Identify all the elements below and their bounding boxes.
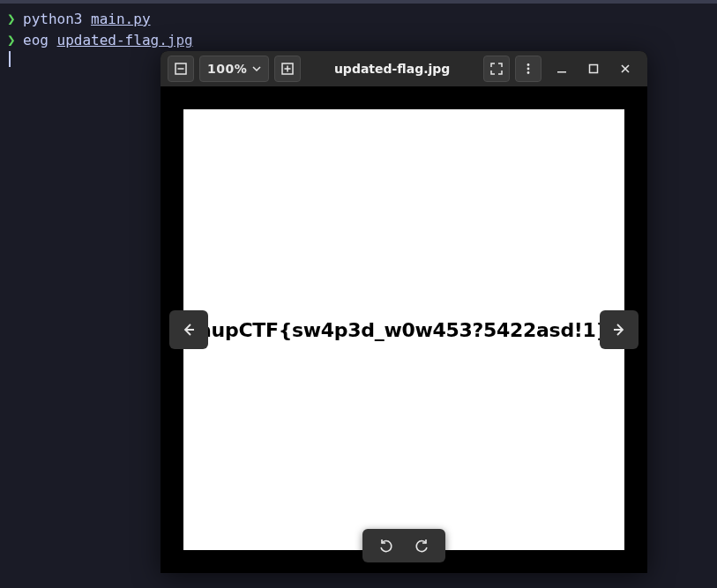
arrow-right-icon: [611, 322, 627, 338]
rotate-left-button[interactable]: [375, 534, 398, 557]
image-canvas: aupCTF{sw4p3d_w0w453?5422asd!1}: [183, 109, 624, 550]
window-title: updated-flag.jpg: [306, 62, 478, 76]
fullscreen-button[interactable]: [483, 56, 510, 82]
rotate-cw-icon: [414, 538, 429, 554]
minimize-button[interactable]: [547, 56, 577, 82]
terminal-line: ❯ eog updated-flag.jpg: [7, 30, 710, 51]
svg-rect-1: [178, 68, 184, 70]
arrow-left-icon: [181, 322, 197, 338]
zoom-in-button[interactable]: [274, 56, 301, 82]
command-name: python3: [23, 11, 82, 27]
previous-image-button[interactable]: [169, 310, 208, 349]
terminal-line: ❯ python3 main.py: [7, 9, 710, 30]
kebab-menu-icon: [522, 63, 534, 75]
zoom-out-button[interactable]: [168, 56, 194, 82]
minus-icon: [175, 63, 187, 75]
rotate-toolbar: [362, 529, 445, 562]
maximize-button[interactable]: [579, 56, 609, 82]
image-display-area[interactable]: aupCTF{sw4p3d_w0w453?5422asd!1}: [161, 86, 647, 573]
svg-rect-9: [590, 65, 598, 73]
plus-icon: [281, 63, 294, 75]
terminal-cursor: [9, 51, 11, 67]
close-button[interactable]: [610, 56, 640, 82]
svg-point-6: [527, 68, 530, 71]
rotate-right-button[interactable]: [410, 534, 433, 557]
command-name: eog: [23, 32, 49, 48]
zoom-level-text: 100%: [207, 62, 247, 76]
prompt-symbol: ❯: [7, 9, 23, 30]
maximize-icon: [588, 63, 599, 74]
fullscreen-icon: [490, 63, 503, 75]
menu-button[interactable]: [515, 56, 541, 82]
prompt-symbol: ❯: [7, 30, 23, 51]
svg-rect-8: [557, 71, 566, 73]
image-viewer-window: 100% updated-flag.jpg aupCTF{sw4p: [161, 51, 647, 573]
next-image-button[interactable]: [600, 310, 639, 349]
close-icon: [620, 63, 631, 74]
command-arg: main.py: [91, 11, 150, 27]
svg-point-5: [527, 63, 530, 66]
rotate-ccw-icon: [378, 538, 394, 554]
window-controls: [547, 56, 640, 82]
titlebar[interactable]: 100% updated-flag.jpg: [161, 51, 647, 86]
command-arg: updated-flag.jpg: [57, 32, 193, 48]
svg-point-7: [527, 71, 530, 74]
chevron-down-icon: [252, 64, 261, 73]
zoom-level-dropdown[interactable]: 100%: [199, 56, 269, 82]
minimize-icon: [556, 63, 567, 74]
flag-text: aupCTF{sw4p3d_w0w453?5422asd!1}: [198, 319, 609, 341]
svg-rect-4: [288, 66, 289, 72]
